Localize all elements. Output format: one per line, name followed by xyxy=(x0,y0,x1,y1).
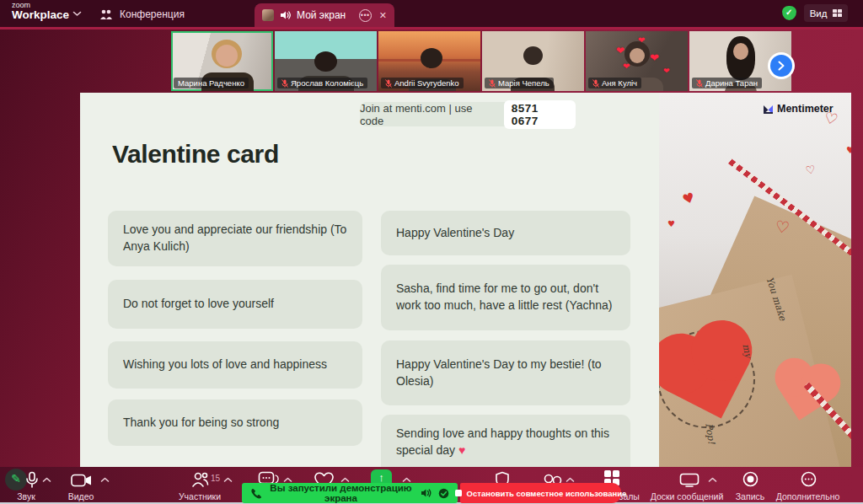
participant-name: Марія Чепель xyxy=(498,78,549,88)
muted-mic-icon xyxy=(281,79,288,88)
heart-icon: ♥ xyxy=(680,189,697,208)
sharing-banner-text: Вы запустили демонстрацию экрана xyxy=(268,483,414,503)
chat-options-chevron[interactable] xyxy=(283,477,292,483)
tab-close-icon[interactable]: ✕ xyxy=(379,10,387,21)
heart-reaction-icon: ❤ xyxy=(623,62,630,71)
tab-options-icon[interactable]: ••• xyxy=(359,9,372,22)
video-thumbnail-andrii[interactable]: Andrii Svyrydenko xyxy=(378,31,480,91)
tab-conference[interactable]: Конференция xyxy=(94,3,190,24)
response-card: Thank you for being so strong xyxy=(108,399,362,446)
window-titlebar: zoom Workplace Конференция Мой экран •••… xyxy=(0,0,863,27)
whiteboard-options-chevron[interactable] xyxy=(708,477,717,483)
speaker-icon xyxy=(280,10,291,20)
reactions-options-chevron[interactable] xyxy=(340,477,350,483)
chevron-down-icon[interactable] xyxy=(72,11,82,17)
response-card: Happy Valentine's Day xyxy=(381,211,630,255)
join-instructions: Join at menti.com | use code xyxy=(360,102,497,127)
response-card: Wishing you lots of love and happiness xyxy=(108,341,362,389)
heart-outline-icon: ♡ xyxy=(805,163,817,177)
video-options-chevron[interactable] xyxy=(100,477,110,483)
more-icon[interactable] xyxy=(801,471,817,487)
stop-share-button[interactable]: Остановить совместное использование xyxy=(460,483,621,503)
zoom-window: zoom Workplace Конференция Мой экран •••… xyxy=(0,0,863,504)
salmon-heart xyxy=(782,371,828,417)
slide-title: Valentine card xyxy=(112,140,279,169)
video-thumbnail-anya[interactable]: ❤ ❤ ❤ ❤ ❤ Аня Куліч xyxy=(586,31,688,91)
banner-speaker-icon[interactable] xyxy=(421,488,432,498)
sharing-active-banner: Вы запустили демонстрацию экрана xyxy=(242,483,458,503)
more-label: Дополнительно xyxy=(764,491,852,501)
tab-my-screen-label: Мой экран xyxy=(297,9,353,21)
participant-name: Дарина Таран xyxy=(705,78,758,88)
response-card: Happy Valentine's Day to my bestie! (to … xyxy=(381,340,630,405)
tab-my-screen[interactable]: Мой экран ••• ✕ xyxy=(255,3,394,27)
response-card: Love you and appreciate our friendship (… xyxy=(108,211,362,266)
valentine-photo: You make my Pop! ♡ ♥ ♡ ♥ ♥ ♡ xyxy=(659,93,851,467)
menti-join-bar: Join at menti.com | use code 8571 0677 xyxy=(360,102,576,126)
captions-options-chevron[interactable] xyxy=(566,477,575,483)
next-participants-button[interactable] xyxy=(768,52,795,79)
stop-share-label: Остановить совместное использование xyxy=(467,489,627,498)
audio-options-chevron[interactable] xyxy=(42,477,51,483)
people-group-icon xyxy=(99,8,113,20)
muted-mic-icon xyxy=(489,79,496,88)
tab-accent-line xyxy=(0,27,863,29)
camera-icon[interactable] xyxy=(71,474,93,487)
share-options-chevron[interactable] xyxy=(402,477,411,483)
heart-reaction-icon: ❤ xyxy=(663,67,670,75)
mentimeter-logo: Mentimeter xyxy=(763,103,834,115)
muted-mic-icon xyxy=(592,79,599,88)
heart-emoji: ♥ xyxy=(458,443,465,457)
video-thumbnail-yaroslav[interactable]: Ярослав Коломієць xyxy=(275,31,377,91)
heart-reaction-icon: ❤ xyxy=(616,45,624,56)
heart-outline-icon: ♡ xyxy=(775,217,791,237)
meeting-toolbar: ✎ Звук Видео 15 Участники xyxy=(0,467,863,504)
avatar xyxy=(523,46,543,65)
mentimeter-icon xyxy=(763,104,774,115)
view-button-label: Вид xyxy=(810,8,828,19)
participant-name: Марина Радченко xyxy=(178,78,244,88)
microphone-icon[interactable] xyxy=(24,471,40,489)
banner-check-icon[interactable] xyxy=(438,488,449,499)
participant-name: Аня Куліч xyxy=(602,78,637,88)
video-label: Видео xyxy=(56,491,106,501)
participants-options-chevron[interactable] xyxy=(223,477,233,483)
heart-reaction-icon: ❤ xyxy=(650,51,659,64)
record-icon[interactable] xyxy=(742,471,758,487)
participants-icon[interactable] xyxy=(191,471,209,488)
whiteboards-label: Доски сообщений xyxy=(645,491,729,501)
shared-screen-mentimeter-slide: Join at menti.com | use code 8571 0677 V… xyxy=(80,93,851,467)
brand-workplace: Workplace xyxy=(12,9,69,21)
heart-reaction-icon: ❤ xyxy=(638,35,645,45)
participant-name: Ярослав Коломієць xyxy=(291,78,363,88)
response-card: Sending love and happy thoughts on this … xyxy=(381,415,630,467)
layout-grid-icon xyxy=(833,9,843,18)
mentimeter-wordmark: Mentimeter xyxy=(777,103,834,115)
stop-icon xyxy=(455,490,462,496)
audio-label: Звук xyxy=(5,491,47,501)
participant-name: Andrii Svyrydenko xyxy=(394,78,459,88)
video-thumbnail-maria[interactable]: Марія Чепель xyxy=(482,31,584,91)
participants-label: Участники xyxy=(166,491,233,501)
participants-count: 15 xyxy=(211,474,220,483)
muted-mic-icon xyxy=(696,79,703,88)
tab-video-thumbnail xyxy=(262,9,274,21)
whiteboard-icon[interactable] xyxy=(679,473,700,487)
response-card: Sasha, find time for me to go out, don't… xyxy=(381,265,630,330)
response-card: Do not forget to love yourself xyxy=(108,280,362,329)
muted-mic-icon xyxy=(385,79,392,88)
menti-code: 8571 0677 xyxy=(504,100,576,129)
avatar xyxy=(421,48,442,68)
arrow-right-icon xyxy=(770,55,792,77)
view-button[interactable]: Вид xyxy=(804,4,848,22)
video-thumbnail-marina[interactable]: Марина Радченко xyxy=(171,31,273,91)
heart-icon: ♥ xyxy=(846,145,851,156)
security-shield-icon: ✓ xyxy=(782,6,796,20)
zoom-workplace-logo: zoom Workplace xyxy=(12,2,69,22)
heart-icon: ♥ xyxy=(667,219,675,228)
tab-conference-label: Конференция xyxy=(120,8,185,20)
brand-zoom: zoom xyxy=(12,2,69,9)
avatar xyxy=(314,51,337,72)
phone-icon[interactable] xyxy=(250,488,261,499)
